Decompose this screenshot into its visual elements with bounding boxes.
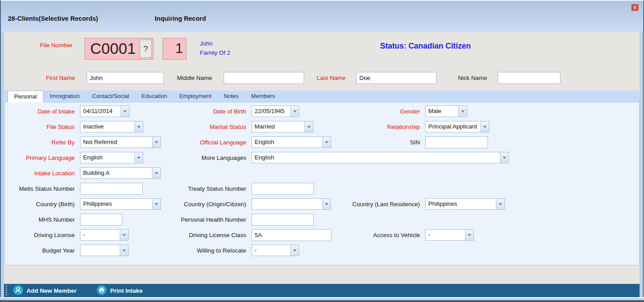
file-status-dropdown[interactable]: Inactive	[80, 121, 143, 132]
window-frame-left	[0, 32, 4, 302]
tab-notes[interactable]: Notes	[217, 91, 245, 102]
file-number-field[interactable]: C0001 ?	[84, 38, 153, 60]
country-last-residence-dropdown[interactable]: Philippines	[425, 198, 505, 210]
file-status-value: Inactive	[80, 121, 134, 132]
metis-status-number-label: Metis Status Number	[5, 183, 75, 195]
intake-location-value: Building A	[80, 168, 152, 178]
access-to-vehicle-value: -	[426, 230, 465, 240]
more-languages-dropdown[interactable]: English	[252, 152, 509, 163]
chevron-down-icon[interactable]	[496, 199, 504, 209]
tab-education[interactable]: Education	[135, 91, 173, 102]
intake-location-label: Intake Location	[5, 167, 75, 179]
record-mode-title: Inquiring Record	[155, 15, 206, 22]
country-birth-label: Country (Birth)	[5, 198, 75, 210]
chevron-down-icon[interactable]	[120, 245, 128, 256]
gender-dropdown[interactable]: Male	[425, 106, 467, 117]
middle-name-input[interactable]	[224, 72, 304, 84]
footer-command-bar: Add New Member Print Intake	[4, 284, 640, 297]
treaty-status-number-input[interactable]	[252, 183, 314, 195]
middle-name-label: Middle Name	[164, 72, 212, 84]
refer-by-label: Refer By	[5, 136, 75, 148]
country-last-residence-value: Philippines	[426, 199, 496, 209]
last-name-label: Last Name	[297, 72, 346, 84]
client-summary: John Family Of 2	[200, 39, 230, 57]
relationship-dropdown[interactable]: Principal Applicant	[425, 121, 489, 132]
tab-employment[interactable]: Employment	[173, 91, 217, 102]
add-member-label: Add New Member	[27, 287, 76, 294]
chevron-down-icon[interactable]	[134, 152, 143, 163]
access-to-vehicle-label: Access to Vehicle	[310, 229, 420, 241]
add-new-member-button[interactable]: Add New Member	[11, 284, 79, 297]
primary-language-value: English	[80, 152, 134, 163]
date-of-birth-dropdown[interactable]: 22/05/1945	[252, 106, 299, 117]
nick-name-label: Nick Name	[438, 72, 487, 84]
tab-personal[interactable]: Personal	[8, 91, 43, 102]
tab-contact-social[interactable]: Contact/Social	[86, 91, 135, 102]
first-name-label: First Name	[27, 72, 75, 84]
chevron-down-icon[interactable]	[152, 168, 160, 178]
client-name-text: John	[200, 39, 230, 48]
chevron-down-icon[interactable]	[290, 245, 299, 256]
budget-year-value	[80, 245, 120, 256]
print-intake-button[interactable]: Print Intake	[94, 284, 145, 297]
willing-to-relocate-value: -	[252, 245, 290, 256]
date-of-intake-label: Date of Intake	[5, 106, 75, 117]
toolbar-grip-handle[interactable]	[6, 286, 7, 295]
status-text: Status: Canadian Citizen	[380, 42, 471, 51]
personal-health-number-input[interactable]	[252, 214, 314, 226]
sin-input[interactable]	[425, 136, 488, 148]
file-number-lookup-button[interactable]: ?	[140, 40, 152, 58]
last-name-input[interactable]	[356, 72, 437, 84]
marital-status-label: Marital Status	[146, 121, 246, 133]
marital-status-dropdown[interactable]: Married	[252, 121, 313, 132]
title-bar: 28-Clients(Selective Records) Inquiring …	[0, 0, 644, 32]
chevron-down-icon[interactable]	[134, 121, 143, 132]
willing-to-relocate-label: Willing to Relocate	[146, 245, 246, 257]
personal-health-number-label: Personal Health Number	[146, 214, 246, 226]
gender-label: Gender	[310, 106, 420, 117]
country-origin-citizen-label: Country (Origin/Citizen)	[146, 198, 246, 210]
country-last-residence-label: Country (Last Residence)	[310, 198, 420, 210]
primary-language-dropdown[interactable]: English	[80, 152, 143, 163]
date-of-intake-dropdown[interactable]: 04/11/2014	[80, 106, 130, 117]
metis-status-number-input[interactable]	[80, 183, 143, 195]
access-to-vehicle-dropdown[interactable]: -	[425, 229, 474, 241]
chevron-down-icon[interactable]	[121, 106, 129, 117]
chevron-down-icon[interactable]	[465, 230, 473, 240]
nick-name-input[interactable]	[498, 72, 560, 84]
more-languages-value: English	[252, 152, 500, 163]
refer-by-value: Not Referred	[80, 137, 152, 147]
file-number-label: File Number	[26, 39, 72, 51]
app-window: 28-Clients(Selective Records) Inquiring …	[0, 0, 644, 302]
relationship-label: Relationship	[310, 121, 420, 133]
mhs-number-input[interactable]	[80, 214, 122, 226]
chevron-down-icon[interactable]	[480, 121, 489, 132]
country-birth-value: Philippines	[80, 199, 152, 209]
chevron-down-icon[interactable]	[120, 230, 128, 240]
chevron-down-icon[interactable]	[458, 106, 467, 117]
relationship-value: Principal Applicant	[426, 121, 480, 132]
print-intake-icon	[97, 285, 107, 296]
close-button[interactable]: x	[631, 4, 639, 11]
tab-members[interactable]: Members	[245, 91, 281, 102]
willing-to-relocate-dropdown[interactable]: -	[252, 245, 299, 256]
chevron-down-icon[interactable]	[500, 152, 508, 163]
driving-license-class-label: Driving License Class	[146, 229, 246, 241]
chevron-down-icon[interactable]	[290, 106, 299, 117]
file-status-label: File Status	[5, 121, 75, 133]
window-frame-right	[640, 32, 644, 302]
first-name-input[interactable]	[87, 72, 164, 84]
primary-language-label: Primary Language	[5, 152, 75, 164]
budget-year-dropdown[interactable]	[80, 245, 129, 256]
driving-license-value: -	[80, 230, 120, 240]
date-of-intake-value: 04/11/2014	[80, 106, 121, 117]
marital-status-value: Married	[252, 121, 305, 132]
treaty-status-number-label: Treaty Status Number	[146, 183, 246, 195]
driving-license-dropdown[interactable]: -	[80, 229, 129, 241]
tab-immigration[interactable]: Immigration	[43, 91, 86, 102]
family-size-text: Family Of 2	[200, 48, 230, 57]
budget-year-label: Budget Year	[5, 245, 75, 257]
personal-tab-panel: Date of Intake04/11/2014Date of Birth22/…	[4, 102, 640, 265]
member-number-field[interactable]: 1	[163, 38, 187, 60]
intake-location-dropdown[interactable]: Building A	[80, 167, 161, 179]
